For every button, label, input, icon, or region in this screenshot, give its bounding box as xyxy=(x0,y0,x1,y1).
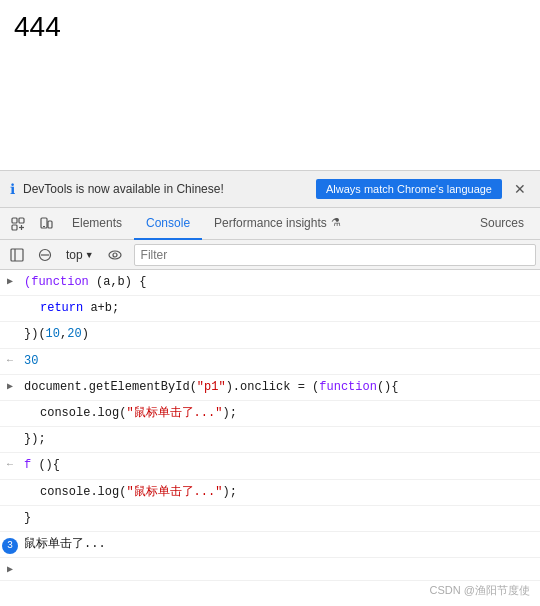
match-language-button[interactable]: Always match Chrome's language xyxy=(316,179,502,199)
line-content: f (){ xyxy=(20,455,540,476)
input-arrow xyxy=(0,403,20,405)
svg-point-12 xyxy=(109,251,121,259)
output-arrow: ← xyxy=(0,351,20,369)
svg-rect-1 xyxy=(19,218,24,223)
line-content: console.log("鼠标单击了..."); xyxy=(20,403,540,424)
tab-elements[interactable]: Elements xyxy=(60,208,134,240)
eye-icon-button[interactable] xyxy=(102,242,128,268)
console-line: return a+b; xyxy=(0,296,540,322)
console-prompt-line[interactable]: ▶ xyxy=(0,558,540,581)
page-number: 444 xyxy=(14,10,61,44)
line-content: }); xyxy=(20,429,540,450)
sidebar-toggle-button[interactable] xyxy=(4,242,30,268)
console-line: ▶ (function (a,b) { xyxy=(0,270,540,296)
console-line: ▶ document.getElementById("p1").onclick … xyxy=(0,375,540,401)
page-area: 444 xyxy=(0,0,540,170)
inspect-element-icon[interactable] xyxy=(4,210,32,238)
input-arrow xyxy=(0,482,20,484)
console-line: }); xyxy=(0,427,540,453)
line-content: return a+b; xyxy=(20,298,540,319)
info-icon: ℹ xyxy=(10,181,15,197)
line-content: console.log("鼠标单击了..."); xyxy=(20,482,540,503)
input-arrow xyxy=(0,508,20,510)
chevron-down-icon: ▼ xyxy=(85,250,94,260)
console-toolbar: top ▼ xyxy=(0,240,540,270)
line-content: 鼠标单击了... xyxy=(20,534,540,555)
svg-rect-2 xyxy=(12,225,17,230)
output-arrow: ← xyxy=(0,455,20,473)
line-content: 30 xyxy=(20,351,540,372)
console-line: ← f (){ xyxy=(0,453,540,479)
notification-close-button[interactable]: ✕ xyxy=(510,179,530,199)
line-content: } xyxy=(20,508,540,529)
input-arrow: ▶ xyxy=(0,377,20,395)
tab-performance[interactable]: Performance insights ⚗ xyxy=(202,208,353,240)
line-content: (function (a,b) { xyxy=(20,272,540,293)
devtools-tabs-bar: Elements Console Performance insights ⚗ … xyxy=(0,208,540,240)
tab-console[interactable]: Console xyxy=(134,208,202,240)
svg-rect-6 xyxy=(48,221,52,228)
console-line: console.log("鼠标单击了..."); xyxy=(0,480,540,506)
line-content: document.getElementById("p1").onclick = … xyxy=(20,377,540,398)
svg-point-13 xyxy=(113,253,117,257)
console-line: } xyxy=(0,506,540,532)
console-line: ← 30 xyxy=(0,349,540,375)
watermark: CSDN @渔阳节度使 xyxy=(430,583,530,598)
clear-console-button[interactable] xyxy=(32,242,58,268)
console-line: 3 鼠标单击了... xyxy=(0,532,540,558)
context-selector[interactable]: top ▼ xyxy=(60,246,100,264)
console-line: })(10,20) xyxy=(0,322,540,348)
console-filter-input[interactable] xyxy=(134,244,536,266)
svg-rect-8 xyxy=(11,249,23,261)
line-content: })(10,20) xyxy=(20,324,540,345)
input-arrow xyxy=(0,298,20,300)
svg-rect-0 xyxy=(12,218,17,223)
input-arrow xyxy=(0,324,20,326)
input-arrow: ▶ xyxy=(0,272,20,290)
console-output: ▶ (function (a,b) { return a+b; })(10,20… xyxy=(0,270,540,606)
input-arrow xyxy=(0,429,20,431)
notification-bar: ℹ DevTools is now available in Chinese! … xyxy=(0,170,540,208)
console-input[interactable] xyxy=(20,560,540,562)
tab-sources[interactable]: Sources xyxy=(468,208,536,240)
notification-text: DevTools is now available in Chinese! xyxy=(23,182,308,196)
prompt-arrow: ▶ xyxy=(0,560,20,578)
badge-count: 3 xyxy=(0,534,20,554)
console-line: console.log("鼠标单击了..."); xyxy=(0,401,540,427)
device-toolbar-icon[interactable] xyxy=(32,210,60,238)
